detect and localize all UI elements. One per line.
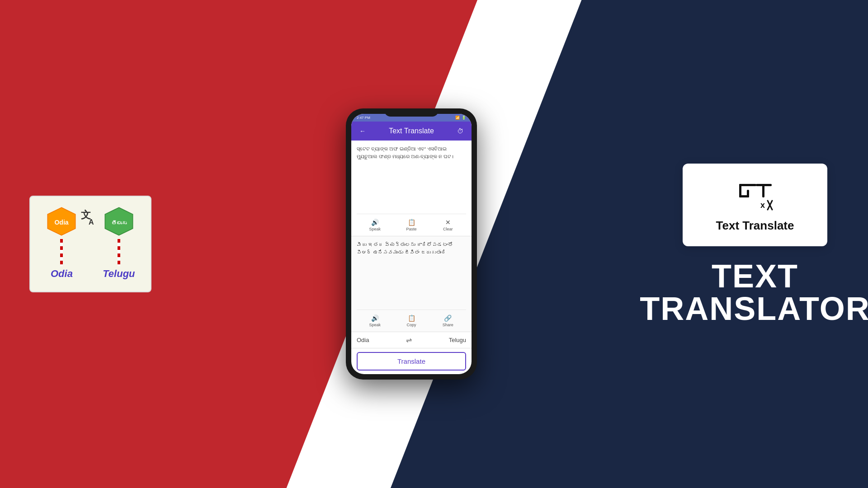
paste-icon: 📋 bbox=[408, 219, 415, 226]
output-actions: 🔊 Speak 📋 Copy 🔗 Share bbox=[357, 310, 466, 329]
speak-input-icon: 🔊 bbox=[371, 219, 379, 226]
clear-label: Clear bbox=[443, 227, 453, 231]
battery-icon: 🔋 bbox=[462, 116, 466, 120]
translate-symbol: 文 A bbox=[79, 206, 101, 255]
phone-container: 2:47 PM 📶 🔋 ← Text Translate ⏱ bbox=[346, 108, 477, 380]
swap-languages-button[interactable]: ⇌ bbox=[406, 336, 412, 344]
speak-output-button[interactable]: 🔊 Speak bbox=[357, 313, 393, 329]
clear-icon: ✕ bbox=[445, 219, 451, 226]
speak-input-label: Speak bbox=[369, 227, 381, 231]
odia-sign: Odia Odia bbox=[46, 206, 77, 280]
right-panel: x Text Translate TEXT TRANSLATOR bbox=[669, 164, 841, 325]
speak-input-button[interactable]: 🔊 Speak bbox=[357, 217, 393, 233]
network-icon: 📶 bbox=[455, 116, 460, 120]
copy-icon: 📋 bbox=[408, 314, 415, 322]
status-time: 2:47 PM bbox=[357, 116, 370, 120]
back-button[interactable]: ← bbox=[358, 126, 368, 136]
phone-mockup: 2:47 PM 📶 🔋 ← Text Translate ⏱ bbox=[346, 108, 477, 380]
output-section: మీరు ఇతర వ్యక్తులను దారిలోపడటంతో పీఆర్ ఉ… bbox=[351, 236, 472, 332]
telugu-hexagon: తెలుగు bbox=[103, 206, 135, 237]
copy-label: Copy bbox=[407, 323, 416, 327]
language-signs-card: Odia Odia 文 A bbox=[29, 196, 151, 292]
source-language[interactable]: Odia bbox=[357, 337, 369, 343]
google-translate-icon: x bbox=[737, 177, 773, 213]
share-button[interactable]: 🔗 Share bbox=[429, 313, 466, 329]
translate-button[interactable]: Translate bbox=[357, 352, 466, 371]
target-language[interactable]: Telugu bbox=[449, 337, 466, 343]
app-card-title: Text Translate bbox=[716, 219, 794, 233]
app-title: Text Translate bbox=[389, 127, 434, 135]
copy-button[interactable]: 📋 Copy bbox=[393, 313, 430, 329]
share-icon: 🔗 bbox=[444, 314, 452, 322]
language-selector: Odia ⇌ Telugu bbox=[351, 332, 472, 348]
phone-notch bbox=[384, 108, 439, 117]
left-panel: Odia Odia 文 A bbox=[27, 196, 154, 292]
svg-rect-6 bbox=[739, 184, 756, 186]
big-text-line1: TEXT bbox=[640, 260, 868, 292]
svg-text:x: x bbox=[760, 201, 765, 210]
speak-output-label: Speak bbox=[369, 323, 381, 327]
status-icons: 📶 🔋 bbox=[455, 116, 466, 120]
history-button[interactable]: ⏱ bbox=[455, 126, 465, 136]
svg-text:Odia: Odia bbox=[55, 219, 69, 226]
speak-output-icon: 🔊 bbox=[371, 314, 379, 322]
app-header: ← Text Translate ⏱ bbox=[351, 122, 472, 141]
input-section: ସ୍ଟେଟ ବ୍ୟାଙ୍କ ଅଫ ଇଣ୍ଡିଆ ଏବଂ ଏସବିଆଇ ମ୍ୟୁଚ… bbox=[351, 141, 472, 236]
svg-rect-9 bbox=[747, 190, 749, 197]
share-label: Share bbox=[443, 323, 453, 327]
odia-pole bbox=[60, 239, 63, 266]
odia-label: Odia bbox=[51, 268, 73, 280]
svg-rect-11 bbox=[762, 184, 764, 197]
history-icon: ⏱ bbox=[457, 127, 463, 135]
input-text[interactable]: ସ୍ଟେଟ ବ୍ୟାଙ୍କ ଅଫ ଇଣ୍ଡିଆ ଏବଂ ଏସବିଆଇ ମ୍ୟୁଚ… bbox=[357, 145, 466, 212]
telugu-label: Telugu bbox=[103, 268, 135, 280]
phone-screen: 2:47 PM 📶 🔋 ← Text Translate ⏱ bbox=[351, 114, 472, 374]
telugu-sign: తెలుగు Telugu bbox=[103, 206, 135, 280]
odia-hexagon: Odia bbox=[46, 206, 77, 237]
svg-text:తెలుగు: తెలుగు bbox=[111, 220, 127, 225]
signs-container: Odia Odia 文 A bbox=[45, 206, 136, 278]
main-content: Odia Odia 文 A bbox=[0, 0, 868, 488]
paste-button[interactable]: 📋 Paste bbox=[393, 217, 430, 233]
telugu-pole bbox=[118, 239, 120, 266]
input-actions: 🔊 Speak 📋 Paste ✕ Clear bbox=[357, 214, 466, 233]
clear-button[interactable]: ✕ Clear bbox=[429, 217, 466, 233]
svg-text:A: A bbox=[89, 218, 94, 226]
big-text-container: TEXT TRANSLATOR bbox=[640, 260, 868, 325]
paste-label: Paste bbox=[406, 227, 417, 231]
app-info-card: x Text Translate bbox=[683, 164, 827, 246]
output-text: మీరు ఇతర వ్యక్తులను దారిలోపడటంతో పీఆర్ ఉ… bbox=[357, 241, 466, 308]
back-icon: ← bbox=[359, 127, 366, 135]
big-text-line2: TRANSLATOR bbox=[640, 292, 868, 325]
